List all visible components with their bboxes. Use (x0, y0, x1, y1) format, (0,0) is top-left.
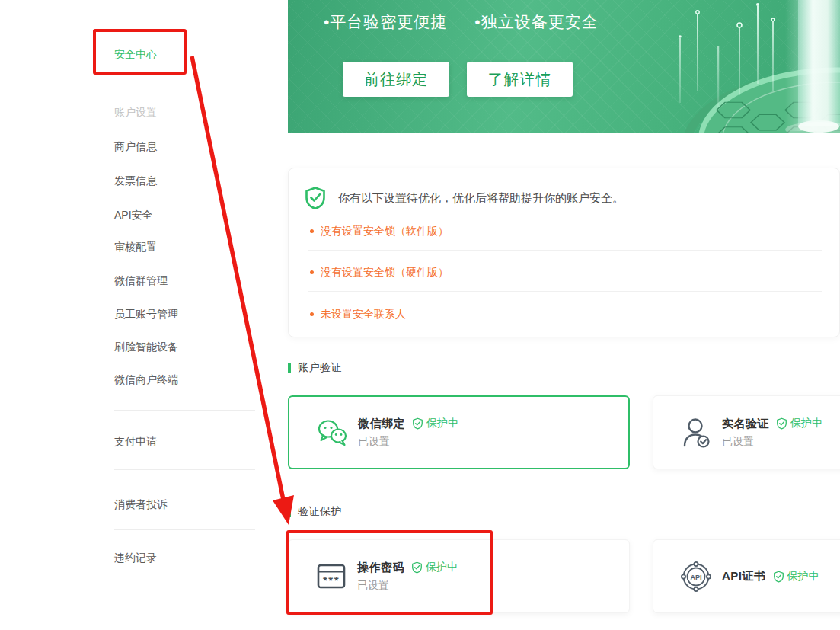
bullet-dot (310, 229, 314, 233)
optimize-heading-text: 你有以下设置待优化，优化后将帮助提升你的账户安全。 (338, 191, 624, 206)
sidebar-divider (114, 21, 255, 21)
learn-more-button[interactable]: 了解详情 (467, 62, 573, 97)
card-text-block: API证书 保护中 (722, 540, 819, 612)
shield-check-icon (776, 417, 787, 430)
bullet-dot (310, 270, 314, 274)
sidebar-item-merchant-terminal[interactable]: 微信商户终端 (114, 372, 178, 387)
panel-divider (308, 291, 822, 292)
sidebar-item-security-center[interactable]: 安全中心 (114, 46, 157, 62)
shield-check-icon (411, 561, 423, 574)
protection-status-badge: 保护中 (776, 417, 822, 430)
card-text-block: 操作密码 保护中 已设置 (357, 540, 458, 612)
section-title: 账户验证 (298, 361, 342, 375)
sidebar-divider (114, 529, 255, 530)
optimize-item-safelock-software[interactable]: 没有设置安全锁（软件版） (321, 224, 449, 238)
shield-check-icon (304, 186, 327, 210)
go-bind-button[interactable]: 前往绑定 (343, 62, 449, 97)
sidebar-divider (114, 410, 255, 411)
optimize-item-safety-contact[interactable]: 未设置安全联系人 (321, 307, 406, 321)
security-center-page: 安全中心 账户设置 商户信息 发票信息 API安全 审核配置 微信群管理 员工账… (0, 0, 840, 630)
section-title: 验证保护 (298, 505, 342, 519)
promo-banner: •平台验密更便捷 •独立设备更安全 前往绑定 了解详情 (288, 0, 840, 133)
section-accent-bar (288, 507, 291, 517)
optimize-item-safelock-hardware[interactable]: 没有设置安全锁（硬件版） (321, 265, 449, 279)
card-api-certificate[interactable]: API API证书 保护中 (653, 539, 840, 613)
password-stars-text: *** (323, 574, 340, 587)
section-account-verification: 账户验证 (288, 361, 342, 375)
protection-status-badge: 保护中 (412, 417, 458, 430)
api-cert-icon: API (679, 540, 714, 612)
card-title: 实名验证 (722, 417, 769, 431)
protection-status-badge: 保护中 (773, 570, 819, 584)
shield-check-icon (412, 417, 423, 430)
banner-bullet-2: •独立设备更安全 (474, 11, 598, 33)
sidebar-item-violation-records[interactable]: 违约记录 (114, 550, 157, 565)
sidebar-item-account-settings[interactable]: 账户设置 (114, 104, 157, 120)
card-subtitle: 已设置 (722, 435, 822, 449)
sidebar-divider (114, 82, 255, 82)
person-check-icon (679, 396, 714, 469)
card-title: 操作密码 (357, 561, 404, 575)
protection-status-badge: 保护中 (411, 561, 458, 574)
status-text: 保护中 (787, 570, 819, 584)
card-subtitle: 已设置 (357, 579, 458, 593)
sidebar-item-review-config[interactable]: 审核配置 (114, 239, 157, 254)
sidebar-divider (114, 469, 255, 470)
password-icon: *** (314, 540, 349, 612)
optimize-heading-row: 你有以下设置待优化，优化后将帮助提升你的账户安全。 (304, 186, 624, 210)
sidebar-item-api-security[interactable]: API安全 (114, 207, 153, 222)
banner-headline: •平台验密更便捷 •独立设备更安全 (324, 11, 599, 33)
card-title: 微信绑定 (358, 417, 405, 431)
card-operation-password[interactable]: *** 操作密码 保护中 已设置 (288, 539, 630, 613)
wechat-icon (315, 397, 350, 468)
sidebar-item-consumer-complaints[interactable]: 消费者投诉 (114, 497, 168, 512)
security-platform-illustration (642, 0, 840, 133)
bullet-dot (310, 312, 314, 316)
sidebar-item-face-devices[interactable]: 刷脸智能设备 (114, 339, 178, 354)
card-realname-verification[interactable]: 实名验证 保护中 已设置 (653, 395, 840, 469)
status-text: 保护中 (426, 561, 458, 574)
sidebar-item-staff-accounts[interactable]: 员工账号管理 (114, 306, 178, 321)
panel-divider (308, 250, 822, 251)
banner-bullet-1: •平台验密更便捷 (324, 11, 447, 33)
card-title: API证书 (722, 569, 766, 584)
sidebar-item-merchant-info[interactable]: 商户信息 (114, 139, 157, 154)
status-text: 保护中 (790, 417, 822, 430)
section-verification-protection: 验证保护 (288, 505, 342, 519)
card-text-block: 实名验证 保护中 已设置 (722, 396, 822, 469)
status-text: 保护中 (426, 417, 458, 430)
card-subtitle: 已设置 (358, 435, 458, 449)
shield-check-icon (773, 571, 784, 583)
api-icon-text: API (690, 573, 701, 580)
sidebar-item-invoice-info[interactable]: 发票信息 (114, 173, 157, 188)
sidebar: 安全中心 账户设置 商户信息 发票信息 API安全 审核配置 微信群管理 员工账… (0, 0, 274, 630)
card-wechat-binding[interactable]: 微信绑定 保护中 已设置 (288, 395, 630, 469)
sidebar-item-payment-apply[interactable]: 支付申请 (114, 433, 157, 449)
section-accent-bar (288, 363, 291, 373)
card-text-block: 微信绑定 保护中 已设置 (358, 397, 458, 468)
security-optimize-panel: 你有以下设置待优化，优化后将帮助提升你的账户安全。 没有设置安全锁（软件版） 没… (288, 168, 840, 337)
sidebar-item-wechat-group[interactable]: 微信群管理 (114, 273, 168, 288)
